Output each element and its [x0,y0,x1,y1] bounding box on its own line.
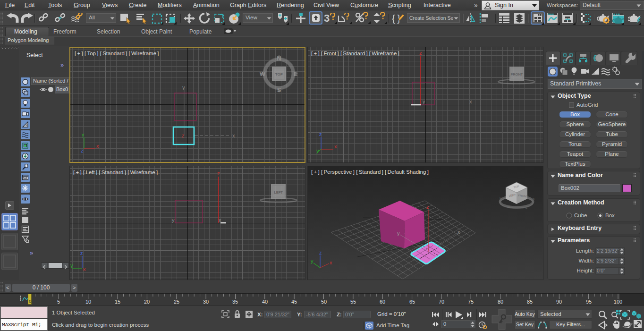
svg-text:y: y [182,85,185,90]
svg-text:E: E [294,70,298,77]
svg-text:z: z [217,170,220,176]
svg-text:x: x [469,99,472,104]
svg-text:x: x [83,266,86,272]
svg-text:x: x [232,133,235,138]
svg-text:z: z [80,250,83,256]
svg-text:x: x [458,229,460,235]
svg-text:z: z [319,131,322,137]
svg-text:x: x [219,217,221,223]
svg-text:x: x [96,143,99,149]
svg-text:N: N [277,55,281,62]
svg-text:W: W [260,70,266,77]
svg-text:FRONT: FRONT [511,72,523,76]
svg-text:y: y [70,263,73,268]
svg-text:y: y [316,148,319,153]
svg-text:y: y [423,99,425,104]
svg-text:z: z [182,133,184,138]
svg-text:W: W [507,206,510,209]
svg-text:y: y [82,132,85,137]
svg-text:E: E [525,206,527,209]
svg-text:N: N [500,197,501,200]
svg-text:y: y [311,258,314,264]
svg-text:z: z [81,148,84,153]
svg-text:z: z [419,50,422,56]
svg-text:LEFT: LEFT [274,190,283,195]
svg-text:x: x [330,260,332,265]
svg-text:S: S [277,86,281,93]
svg-text:z: z [319,250,322,255]
svg-text:TOP: TOP [275,72,283,76]
svg-text:S: S [533,198,534,201]
svg-text:z: z [426,204,429,210]
svg-text:y: y [172,217,175,223]
svg-text:y: y [397,230,400,236]
svg-text:x: x [334,144,337,149]
